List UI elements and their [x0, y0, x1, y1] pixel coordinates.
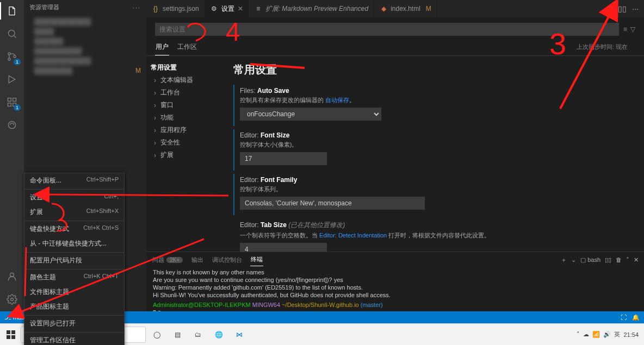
setting-font-size: Editor: Font Size 控制字体大小(像素)。 [233, 129, 633, 171]
menu-file-icon-theme[interactable]: 文件图标主题 [24, 285, 124, 299]
link-detect-indent[interactable]: Editor: Detect Indentation [319, 232, 387, 239]
taskbar-explorer-icon[interactable]: 🗂 [188, 326, 208, 343]
menu-snippets[interactable]: 配置用户代码片段 [24, 252, 124, 268]
toc-item[interactable]: ›安全性 [150, 136, 225, 149]
taskbar-cortana-icon[interactable]: ◯ [147, 326, 166, 343]
toc-item[interactable]: ›工作台 [150, 86, 225, 99]
svg-rect-11 [7, 330, 10, 334]
run-icon[interactable] [4, 72, 20, 87]
sidebar-more-icon[interactable]: ··· [133, 4, 141, 11]
settings-list: 常用设置 Files: Auto Save 控制具有未保存更改的编辑器的 自动保… [228, 56, 644, 252]
toc-item[interactable]: ›扩展 [150, 149, 225, 161]
scope-workspace[interactable]: 工作区 [177, 38, 197, 55]
maximize-panel-icon[interactable]: ˄ [626, 256, 629, 264]
tab-markdown-ext[interactable]: ≡扩展: Markdown Preview Enhanced [249, 0, 374, 17]
close-icon[interactable]: ✕ [238, 5, 243, 12]
extensions-icon[interactable]: 1 [4, 95, 20, 110]
status-bell-icon[interactable]: 🔔 [632, 314, 640, 321]
section-title: 常用设置 [233, 62, 633, 77]
svg-rect-4 [8, 98, 11, 102]
menu-workspace-trust[interactable]: 管理工作区信任 [24, 332, 124, 345]
sync-info: 上次同步时间: 现在 [577, 43, 628, 51]
split-editor-icon[interactable]: ▯▯ [618, 4, 627, 13]
list-item[interactable]: ████████████ [24, 17, 146, 27]
svg-rect-7 [13, 98, 16, 102]
tray-ime: 英 [614, 330, 620, 338]
tray-onedrive-icon: ☁ [583, 331, 589, 338]
file-list: ████████████ ████ ██████ ██████████ ████… [24, 15, 146, 78]
font-family-input[interactable] [240, 197, 425, 210]
panel-tab-output[interactable]: 输出 [191, 254, 204, 266]
svg-rect-12 [11, 330, 15, 334]
toc-item[interactable]: ›窗口 [150, 99, 225, 111]
menu-command-palette[interactable]: 命令面板...Ctrl+Shift+P [24, 173, 124, 188]
tab-size-input[interactable] [240, 243, 327, 252]
system-tray[interactable]: ˄ ☁ 📶 🔊 英 21:54 [577, 330, 642, 338]
menu-extensions[interactable]: 扩展Ctrl+Shift+X [24, 205, 124, 219]
menu-color-theme[interactable]: 颜色主题Ctrl+K Ctrl+T [24, 269, 124, 285]
terminal-shell-label[interactable]: ▢ bash [580, 256, 600, 264]
status-feedback-icon[interactable]: ⛶ [621, 314, 627, 321]
tray-clock: 21:54 [623, 331, 639, 338]
terminal[interactable]: This key is not known by any other names… [146, 267, 644, 311]
copilot-icon[interactable] [4, 117, 20, 133]
list-item[interactable]: ████████M [24, 66, 146, 76]
terminal-dropdown-icon[interactable]: ⌄ [571, 256, 576, 264]
explorer-icon[interactable] [4, 3, 20, 18]
toc-item[interactable]: ›功能 [150, 111, 225, 124]
svg-point-8 [8, 121, 15, 128]
tab-settings[interactable]: ⚙设置✕ [205, 0, 249, 17]
auto-save-select[interactable]: onFocusChange [240, 108, 381, 121]
split-terminal-icon[interactable]: ▯▯ [605, 256, 611, 264]
tab-settings-json[interactable]: {}settings.json [146, 0, 205, 17]
svg-point-10 [11, 298, 14, 301]
svg-rect-14 [11, 335, 15, 339]
panel-tab-debug[interactable]: 调试控制台 [212, 254, 243, 266]
sidebar-title: 资源管理器 [29, 3, 59, 11]
panel-tab-terminal[interactable]: 终端 [250, 253, 263, 266]
close-panel-icon[interactable]: ✕ [634, 256, 639, 264]
manage-gear-icon[interactable] [4, 292, 20, 307]
accounts-icon[interactable] [4, 269, 20, 284]
settings-toc: 常用设置 ›文本编辑器 ›工作台 ›窗口 ›功能 ›应用程序 ›安全性 ›扩展 [146, 56, 228, 252]
menu-settings-sync[interactable]: 设置同步已打开 [24, 315, 124, 331]
svg-rect-13 [7, 335, 10, 339]
kill-terminal-icon[interactable]: 🗑 [616, 256, 622, 263]
tray-volume-icon: 🔊 [603, 331, 611, 338]
toc-item[interactable]: ›应用程序 [150, 124, 225, 136]
filter-icon[interactable]: ▽ [630, 26, 635, 33]
start-button[interactable] [2, 326, 20, 343]
menu-keyboard-shortcuts[interactable]: 键盘快捷方式Ctrl+K Ctrl+S [24, 221, 124, 236]
more-actions-icon[interactable]: ··· [632, 4, 639, 13]
search-settings-input[interactable] [155, 23, 619, 36]
font-size-input[interactable] [240, 152, 327, 165]
list-item[interactable]: ████ [24, 27, 146, 36]
taskbar-edge-icon[interactable]: 🌐 [209, 326, 228, 343]
setting-font-family: Editor: Font Family 控制字体系列。 [233, 174, 633, 215]
clear-search-icon[interactable]: ≡ [623, 26, 627, 33]
manage-context-menu: 命令面板...Ctrl+Shift+P 设置Ctrl+, 扩展Ctrl+Shif… [24, 173, 125, 345]
list-item[interactable]: ████████████ [24, 56, 146, 66]
new-terminal-icon[interactable]: ＋ [561, 256, 567, 264]
list-item[interactable]: ██████████ [24, 46, 146, 56]
link-auto-save[interactable]: 自动保存 [325, 97, 349, 103]
open-settings-json-icon[interactable]: ⧉ [607, 4, 612, 14]
taskbar-vscode-icon[interactable]: ⋈ [230, 326, 249, 343]
scope-user[interactable]: 用户 [155, 38, 169, 55]
toc-item[interactable]: ›文本编辑器 [150, 74, 225, 86]
taskbar-taskview-icon[interactable]: ▤ [168, 326, 187, 343]
setting-tab-size: Editor: Tab Size (已在其他位置修改) 一个制表符等于的空格数。… [233, 218, 633, 252]
list-item[interactable]: ██████ [24, 36, 146, 46]
setting-auto-save: Files: Auto Save 控制具有未保存更改的编辑器的 自动保存。 on… [233, 85, 633, 126]
tray-chevron-icon: ˄ [577, 331, 580, 338]
menu-settings[interactable]: 设置Ctrl+, [24, 189, 124, 205]
search-icon[interactable] [4, 26, 20, 41]
panel-tab-problems[interactable]: 问题2K+ [152, 254, 183, 266]
menu-product-icon-theme[interactable]: 产品图标主题 [24, 299, 124, 314]
menu-migrate-keybindings[interactable]: 从 - 中迁移键盘快捷方式... [24, 236, 124, 251]
scm-icon[interactable]: 1 [4, 49, 20, 64]
svg-point-1 [8, 53, 10, 55]
svg-point-3 [14, 55, 16, 58]
toc-head[interactable]: 常用设置 [150, 61, 225, 74]
tab-index-html[interactable]: ◆index.htmlM [374, 0, 437, 17]
